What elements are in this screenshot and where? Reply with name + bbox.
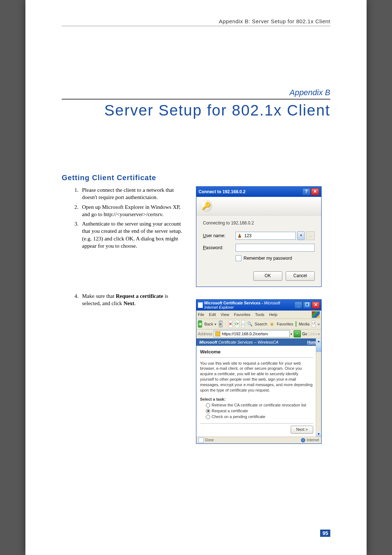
menu-favorites[interactable]: Favorites	[234, 312, 250, 317]
radio-pending[interactable]	[206, 415, 210, 419]
task-request[interactable]: Request a certificate	[206, 408, 313, 414]
scroll-up-icon[interactable]: ▲	[316, 339, 321, 344]
back-label[interactable]: Back	[204, 322, 213, 326]
address-dropdown-icon[interactable]: ▾	[290, 332, 292, 336]
restore-button[interactable]: ❐	[303, 301, 311, 309]
task-pending[interactable]: Check on a pending certificate	[206, 414, 313, 420]
back-button[interactable]: ◄	[198, 320, 202, 328]
dialog-title: Connect to 192.168.0.2	[199, 189, 245, 194]
zone-globe-icon	[301, 438, 305, 442]
scroll-thumb[interactable]	[316, 344, 321, 352]
dialog-body: 🔑 Connecting to 192.168.0.2 User name: ♟…	[196, 197, 321, 287]
username-label: User name:	[203, 233, 236, 238]
dialog-titlebar: Connect to 192.168.0.2 ? ✕	[196, 187, 321, 197]
links-label[interactable]: Links	[309, 332, 317, 336]
steps-column: Please connect the client to a network t…	[62, 186, 185, 444]
help-button[interactable]: ?	[302, 188, 310, 195]
ie-logo-icon	[312, 311, 320, 318]
steps-list: Please connect the client to a network t…	[62, 186, 185, 250]
search-label[interactable]: Search	[255, 322, 268, 326]
ie-addressbar: Address https://192.168.0.2/certsrv ▾ → …	[196, 329, 321, 339]
ie-toolbar: ◄ Back ▾ ► · ✕ ⟳ ⌂ 🔍 Search ★ Favorites …	[196, 319, 321, 329]
menu-view[interactable]: View	[221, 312, 229, 317]
password-label: Password:	[203, 245, 236, 250]
ok-button[interactable]: OK	[253, 271, 282, 281]
scrollbar[interactable]: ▲ ▼	[316, 339, 321, 437]
screenshots-column: Connect to 192.168.0.2 ? ✕ 🔑 Connecting …	[196, 186, 330, 444]
radio-request[interactable]	[206, 409, 210, 413]
certsrv-header: Microsoft Certificate Services -- Wirele…	[196, 339, 321, 346]
password-input[interactable]	[236, 244, 315, 252]
step4-bold1: Request a certificate	[116, 293, 163, 299]
ie-close-button[interactable]: ✕	[312, 301, 320, 309]
task-retrieve[interactable]: Retrieve the CA certificate or certifica…	[206, 402, 313, 408]
home-button[interactable]: ⌂	[241, 320, 245, 328]
toolbar-overflow-icon[interactable]: »	[318, 322, 320, 326]
cancel-button[interactable]: Cancel	[286, 271, 315, 281]
step-4: Make sure that Request a certificate is …	[80, 292, 185, 307]
step-3: Authenticate to the server using your ac…	[80, 220, 185, 250]
menu-edit[interactable]: Edit	[209, 312, 216, 317]
status-zone: Internet	[307, 438, 319, 442]
menu-file[interactable]: File	[198, 312, 204, 317]
ie-title-icon	[198, 302, 203, 308]
task3-label: Check on a pending certificate	[212, 414, 265, 420]
go-label: Go	[302, 332, 307, 336]
select-task-label: Select a task:	[200, 397, 313, 402]
step4-post: .	[134, 300, 136, 306]
task1-label: Retrieve the CA certificate or certifica…	[212, 402, 306, 408]
remember-row: Remember my password	[236, 255, 315, 261]
document-page: Appendix B: Server Setup for 802.1x Clie…	[25, 0, 367, 555]
username-input[interactable]: ♟ 123	[236, 232, 296, 240]
task2-label: Request a certificate	[212, 408, 248, 414]
appendix-label: Appendix B	[62, 88, 330, 100]
chapter-title: Server Setup for 802.1x Client	[62, 102, 330, 119]
lock-icon	[215, 331, 220, 336]
go-button[interactable]: →	[294, 330, 301, 337]
connect-dialog: Connect to 192.168.0.2 ? ✕ 🔑 Connecting …	[196, 186, 322, 287]
step4-pre: Make sure that	[82, 293, 116, 299]
next-button[interactable]: Next >	[291, 426, 313, 434]
certsrv-brand: Microsoft Certificate Services -- Wirele…	[199, 340, 278, 344]
welcome-heading: Welcome	[200, 349, 313, 356]
favorites-label[interactable]: Favorites	[277, 322, 293, 326]
ie-titlebar: Microsoft Certificate Services - Microso…	[196, 300, 321, 311]
close-button[interactable]: ✕	[311, 188, 319, 195]
dialog-buttons: OK Cancel	[203, 271, 315, 281]
refresh-button[interactable]: ⟳	[235, 320, 239, 328]
browse-button[interactable]: …	[306, 231, 315, 240]
search-icon[interactable]: 🔍	[247, 320, 253, 328]
divider	[200, 357, 313, 358]
stop-button[interactable]: ✕	[228, 320, 233, 328]
remember-checkbox[interactable]	[236, 255, 241, 261]
ie-content: ▲ ▼ Microsoft Certificate Services -- Wi…	[196, 339, 321, 437]
password-row: Password:	[203, 244, 315, 252]
address-input[interactable]: https://192.168.0.2/certsrv	[214, 330, 289, 337]
content-area: Please connect the client to a network t…	[62, 186, 330, 444]
username-dropdown[interactable]: ▾	[297, 231, 305, 240]
radio-retrieve[interactable]	[206, 403, 210, 408]
menu-help[interactable]: Help	[269, 312, 277, 317]
forward-button[interactable]: ►	[219, 320, 223, 328]
scroll-down-icon[interactable]: ▼	[316, 432, 321, 437]
keys-icon: 🔑	[200, 200, 212, 212]
step-1: Please connect the client to a network t…	[80, 186, 185, 201]
ie-menubar: File Edit View Favorites Tools Help	[196, 311, 321, 319]
history-button[interactable]: ↺	[312, 321, 315, 327]
certsrv-body: Welcome You use this web site to request…	[196, 346, 321, 437]
step4-bold2: Next	[123, 300, 134, 306]
status-done: Done	[205, 438, 214, 442]
back-dropdown-icon[interactable]: ▾	[215, 322, 216, 326]
minimize-button[interactable]: _	[294, 301, 302, 309]
address-value: https://192.168.0.2/certsrv	[222, 332, 268, 336]
page-number: 95	[320, 530, 330, 537]
media-icon[interactable]	[295, 321, 297, 327]
media-label[interactable]: Media	[299, 322, 310, 326]
favorites-icon[interactable]: ★	[269, 321, 274, 328]
user-icon: ♟	[237, 233, 242, 239]
links-overflow-icon[interactable]: »	[318, 332, 320, 336]
ie-statusbar: Done Internet	[196, 437, 321, 443]
menu-tools[interactable]: Tools	[255, 312, 265, 317]
address-label: Address	[198, 332, 212, 336]
connecting-text: Connecting to 192.168.0.2	[203, 220, 315, 226]
